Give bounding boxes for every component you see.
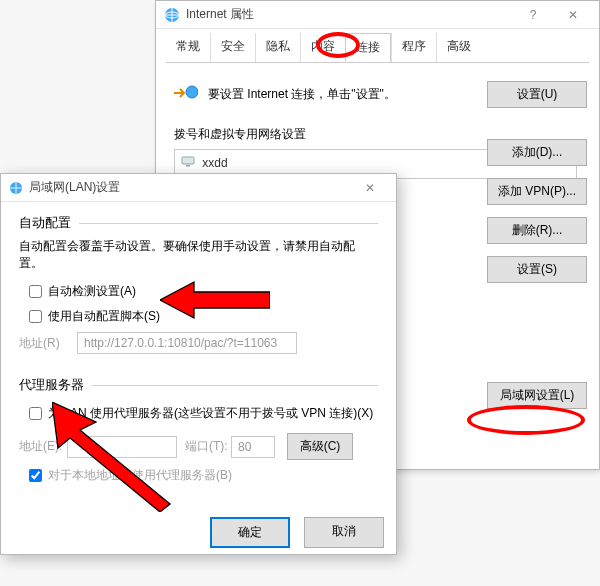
- settings-button[interactable]: 设置(S): [487, 256, 587, 283]
- address-label: 地址(R): [19, 335, 77, 352]
- proxy-port-input[interactable]: [231, 436, 275, 458]
- svg-rect-5: [186, 165, 190, 167]
- connection-item: xxdd: [202, 156, 227, 170]
- lan-titlebar: 局域网(LAN)设置 ✕: [1, 174, 396, 202]
- proxy-address-input[interactable]: [67, 436, 177, 458]
- globe-icon: [9, 181, 23, 195]
- globe-icon: [164, 7, 180, 23]
- use-proxy-label: 为 LAN 使用代理服务器(这些设置不用于拨号或 VPN 连接)(X): [48, 405, 373, 422]
- lan-close-button[interactable]: ✕: [350, 176, 390, 200]
- advanced-button[interactable]: 高级(C): [287, 433, 353, 460]
- wizard-icon: [174, 84, 198, 105]
- dialog-buttons: 确定 取消: [1, 507, 396, 558]
- bypass-local-label: 对于本地地址不使用代理服务器(B): [48, 467, 232, 484]
- script-address-input[interactable]: [77, 332, 297, 354]
- use-script-checkbox[interactable]: 使用自动配置脚本(S): [25, 307, 378, 326]
- bypass-local-checkbox[interactable]: 对于本地地址不使用代理服务器(B): [25, 466, 378, 485]
- tab-security[interactable]: 安全: [210, 33, 255, 62]
- lan-window-title: 局域网(LAN)设置: [29, 179, 120, 196]
- titlebar: Internet 属性 ? ✕: [156, 1, 599, 29]
- tab-content[interactable]: 内容: [300, 33, 345, 62]
- bypass-local-input[interactable]: [29, 469, 42, 482]
- proxy-addr-label: 地址(E):: [19, 438, 67, 455]
- proxy-port-label: 端口(T):: [185, 438, 231, 455]
- proxy-heading: 代理服务器: [19, 376, 378, 394]
- auto-config-note: 自动配置会覆盖手动设置。要确保使用手动设置，请禁用自动配置。: [19, 238, 378, 272]
- use-script-input[interactable]: [29, 310, 42, 323]
- use-proxy-input[interactable]: [29, 407, 42, 420]
- window-title: Internet 属性: [186, 6, 254, 23]
- add-vpn-button[interactable]: 添加 VPN(P)...: [487, 178, 587, 205]
- remove-button[interactable]: 删除(R)...: [487, 217, 587, 244]
- auto-detect-label: 自动检测设置(A): [48, 283, 136, 300]
- use-proxy-checkbox[interactable]: 为 LAN 使用代理服务器(这些设置不用于拨号或 VPN 连接)(X): [25, 404, 378, 423]
- help-button[interactable]: ?: [513, 3, 553, 27]
- auto-detect-checkbox[interactable]: 自动检测设置(A): [25, 282, 378, 301]
- cancel-button[interactable]: 取消: [304, 517, 384, 548]
- ok-button[interactable]: 确定: [210, 517, 290, 548]
- auto-config-heading: 自动配置: [19, 214, 378, 232]
- setup-hint: 要设置 Internet 连接，单击"设置"。: [208, 86, 487, 103]
- lan-settings-button[interactable]: 局域网设置(L): [487, 382, 587, 409]
- tab-advanced[interactable]: 高级: [436, 33, 481, 62]
- tab-privacy[interactable]: 隐私: [255, 33, 300, 62]
- auto-detect-input[interactable]: [29, 285, 42, 298]
- tabs: 常规 安全 隐私 内容 连接 程序 高级: [166, 33, 589, 63]
- add-button[interactable]: 添加(D)...: [487, 139, 587, 166]
- tab-connections[interactable]: 连接: [345, 33, 391, 62]
- connection-item-icon: [181, 156, 198, 170]
- use-script-label: 使用自动配置脚本(S): [48, 308, 160, 325]
- lan-settings-dialog: 局域网(LAN)设置 ✕ 自动配置 自动配置会覆盖手动设置。要确保使用手动设置，…: [0, 173, 397, 555]
- close-button[interactable]: ✕: [553, 3, 593, 27]
- svg-rect-4: [182, 157, 194, 164]
- tab-programs[interactable]: 程序: [391, 33, 436, 62]
- tab-general[interactable]: 常规: [166, 33, 210, 62]
- setup-button[interactable]: 设置(U): [487, 81, 587, 108]
